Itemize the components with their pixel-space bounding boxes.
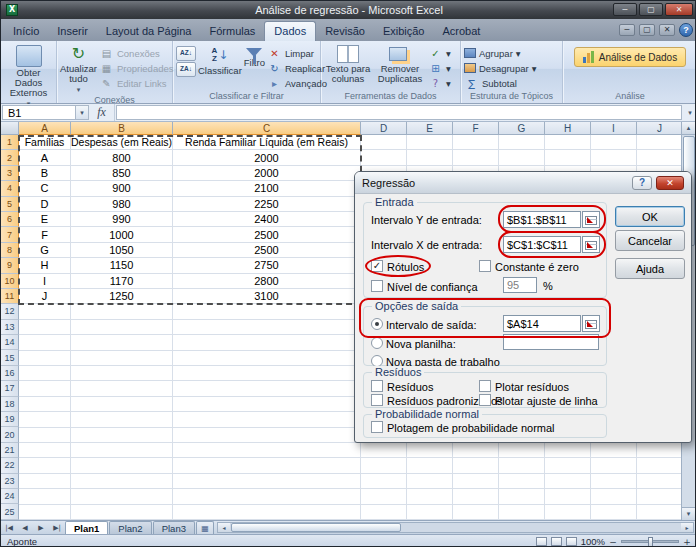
row-header-5[interactable]: 5 — [1, 197, 19, 212]
help-button[interactable]: Ajuda — [615, 258, 685, 279]
horizontal-scrollbar[interactable]: ◂ ▸ — [217, 522, 694, 533]
table-cell[interactable]: 2400 — [173, 212, 361, 227]
table-cell[interactable]: 2500 — [173, 227, 361, 242]
table-cell[interactable]: H — [19, 258, 71, 273]
labels-checkbox-label[interactable]: Rótulos — [387, 261, 424, 273]
name-box[interactable]: B1 — [2, 105, 76, 120]
table-cell[interactable]: 1170 — [71, 274, 173, 289]
first-sheet-icon[interactable]: |◀ — [1, 524, 17, 532]
table-cell[interactable]: 850 — [71, 166, 173, 181]
row-header-7[interactable]: 7 — [1, 227, 19, 242]
what-if-analysis-button[interactable]: ? ▾ — [428, 76, 451, 90]
zoom-out-icon[interactable]: − — [609, 537, 617, 547]
table-cell[interactable]: 900 — [71, 181, 173, 196]
data-validation-button[interactable]: ✓ ▾ — [428, 46, 451, 60]
zoom-level[interactable]: 100% — [581, 536, 605, 547]
row-header-1[interactable]: 1 — [1, 135, 19, 150]
output-range-label[interactable]: Intervalo de saída: — [386, 319, 477, 331]
row-header-21[interactable]: 21 — [1, 443, 19, 458]
confidence-level-checkbox[interactable] — [371, 280, 383, 292]
column-header-b[interactable]: B — [71, 122, 173, 135]
table-cell[interactable]: A — [19, 150, 71, 165]
table-cell[interactable]: 3100 — [173, 289, 361, 304]
tab-inicio[interactable]: Início — [4, 22, 48, 41]
normal-probability-checkbox[interactable] — [371, 421, 383, 433]
table-header-cell[interactable]: Renda Familiar Líquida (em Reais) — [173, 135, 361, 150]
table-cell[interactable]: 1250 — [71, 289, 173, 304]
tab-revisao[interactable]: Revisão — [316, 22, 374, 41]
column-header-g[interactable]: G — [499, 122, 545, 135]
column-header-c[interactable]: C — [173, 122, 361, 135]
new-sheet-label[interactable]: Nova planilha: — [386, 338, 456, 350]
input-x-range-picker-button[interactable] — [582, 236, 600, 253]
plot-residuals-label[interactable]: Plotar resíduos — [495, 381, 569, 393]
data-analysis-button[interactable]: Análise de Dados — [574, 47, 686, 67]
sort-ascending-button[interactable]: AZ↓ — [176, 46, 196, 61]
confidence-level-label[interactable]: Nível de confiança — [387, 281, 478, 293]
sheet-tab-plan1[interactable]: Plan1 — [65, 521, 108, 534]
table-cell[interactable]: 2100 — [173, 181, 361, 196]
scroll-left-icon[interactable]: ◂ — [218, 523, 230, 532]
table-cell[interactable]: 1150 — [71, 258, 173, 273]
table-header-cell[interactable]: Despesas (em Reais) — [71, 135, 173, 150]
edit-links-button[interactable]: ✎ Editar Links — [99, 76, 174, 90]
row-header-23[interactable]: 23 — [1, 474, 19, 489]
table-cell[interactable]: 990 — [71, 212, 173, 227]
text-to-columns-button[interactable]: Texto para colunas — [324, 43, 372, 91]
scroll-down-icon[interactable]: ▾ — [682, 507, 696, 520]
scroll-right-icon[interactable]: ▸ — [681, 523, 693, 532]
row-header-24[interactable]: 24 — [1, 489, 19, 504]
confidence-level-field[interactable]: 95 — [503, 277, 537, 293]
tab-acrobat[interactable]: Acrobat — [433, 22, 489, 41]
get-external-data-button[interactable]: Obter Dados Externos ▾ — [4, 43, 53, 109]
zoom-slider[interactable] — [621, 540, 679, 543]
row-header-22[interactable]: 22 — [1, 458, 19, 473]
insert-function-button[interactable]: fx — [89, 104, 115, 121]
table-cell[interactable]: 2000 — [173, 166, 361, 181]
row-header-6[interactable]: 6 — [1, 212, 19, 227]
subtotal-button[interactable]: ∑ Subtotal — [464, 76, 559, 90]
constant-zero-label[interactable]: Constante é zero — [495, 261, 579, 273]
table-cell[interactable]: 800 — [71, 150, 173, 165]
name-box-dropdown-icon[interactable]: ▾ — [76, 105, 89, 120]
new-sheet-radio[interactable] — [371, 337, 383, 349]
tab-exibicao[interactable]: Exibição — [374, 22, 434, 41]
minimize-button[interactable]: ─ — [613, 3, 637, 16]
table-cell[interactable]: 2000 — [173, 150, 361, 165]
residuals-label[interactable]: Resíduos — [387, 381, 433, 393]
table-cell[interactable]: 2800 — [173, 274, 361, 289]
output-range-picker-button[interactable] — [582, 315, 600, 332]
previous-sheet-icon[interactable]: ◀ — [17, 524, 33, 532]
row-header-12[interactable]: 12 — [1, 304, 19, 319]
clear-filter-button[interactable]: ✕ Limpar — [267, 46, 327, 60]
input-y-range-field[interactable]: $B$1:$B$11 — [503, 211, 581, 228]
row-header-4[interactable]: 4 — [1, 181, 19, 196]
table-cell[interactable]: I — [19, 274, 71, 289]
row-header-18[interactable]: 18 — [1, 397, 19, 412]
refresh-all-button[interactable]: ↻ Atualizar tudo ▾ — [60, 43, 97, 95]
input-x-range-field[interactable]: $C$1:$C$11 — [503, 236, 581, 253]
row-header-3[interactable]: 3 — [1, 166, 19, 181]
select-all-corner[interactable] — [1, 122, 19, 135]
insert-sheet-button[interactable]: ▦ — [196, 521, 214, 534]
tab-inserir[interactable]: Inserir — [48, 22, 97, 41]
scroll-up-icon[interactable]: ▴ — [682, 122, 696, 135]
standardized-residuals-checkbox[interactable] — [371, 394, 383, 406]
table-cell[interactable]: G — [19, 243, 71, 258]
ungroup-button[interactable]: Desagrupar ▾ — [464, 61, 559, 75]
column-header-j[interactable]: J — [637, 122, 683, 135]
column-header-e[interactable]: E — [407, 122, 453, 135]
horizontal-scroll-thumb[interactable] — [231, 523, 401, 532]
sort-button[interactable]: AZ ↓ Classificar — [198, 43, 242, 91]
normal-view-icon[interactable] — [536, 537, 547, 546]
column-header-i[interactable]: I — [591, 122, 637, 135]
row-header-11[interactable]: 11 — [1, 289, 19, 304]
last-sheet-icon[interactable]: ▶| — [49, 524, 65, 532]
formula-input[interactable] — [116, 105, 682, 120]
table-cell[interactable]: B — [19, 166, 71, 181]
row-header-19[interactable]: 19 — [1, 412, 19, 427]
column-header-f[interactable]: F — [453, 122, 499, 135]
plot-residuals-checkbox[interactable] — [479, 380, 491, 392]
table-cell[interactable]: D — [19, 197, 71, 212]
ok-button[interactable]: OK — [615, 206, 685, 227]
